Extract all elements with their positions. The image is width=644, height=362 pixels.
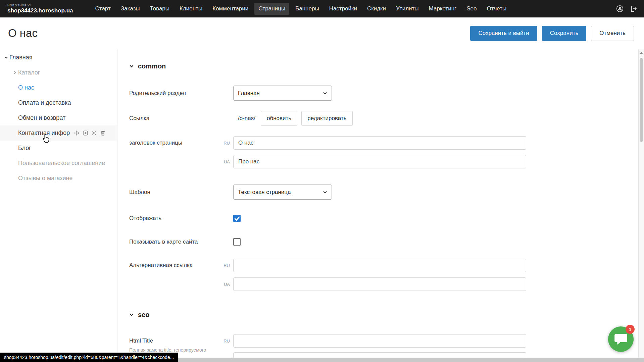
tree-item-label: Главная <box>9 54 33 61</box>
save-button[interactable]: Сохранить <box>542 26 586 41</box>
section-common-label: common <box>138 62 166 70</box>
alt-link-ua-input[interactable] <box>233 277 526 291</box>
parent-section-select[interactable]: Главная <box>233 86 332 101</box>
brand-version-label: HOROSHOP V4 <box>7 4 73 7</box>
parent-section-label: Родительский раздел <box>129 90 233 97</box>
lang-ua-badge: UA <box>220 282 233 287</box>
nav-item-start[interactable]: Старт <box>91 3 115 15</box>
tree-item-home[interactable]: Главная <box>0 50 117 65</box>
chevron-down-icon[interactable] <box>3 55 9 60</box>
display-checkbox[interactable] <box>233 215 241 222</box>
tree-item-actions <box>74 130 106 136</box>
cancel-button[interactable]: Отменить <box>591 26 634 41</box>
chevron-down-icon <box>323 190 327 194</box>
link-label: Ссылка <box>129 115 233 122</box>
tree-item-user-agreement[interactable]: Пользовательское соглашение <box>0 156 117 171</box>
tree-item-label: Пользовательское соглашение <box>18 160 105 167</box>
vertical-scrollbar[interactable] <box>638 49 644 358</box>
tree-item-label: Обмен и возврат <box>18 114 65 121</box>
nav-item-settings[interactable]: Настройки <box>325 3 361 15</box>
chevron-down-icon <box>129 64 134 68</box>
parent-section-value: Главная <box>238 90 260 97</box>
move-icon[interactable] <box>74 130 80 136</box>
nav-item-marketing[interactable]: Маркетинг <box>425 3 461 15</box>
section-common[interactable]: common <box>129 61 166 71</box>
chevron-down-icon <box>323 91 327 95</box>
top-navigation: HOROSHOP V4 shop34423.horoshop.ua Старт … <box>0 0 644 17</box>
nav-item-utilities[interactable]: Утилиты <box>392 3 423 15</box>
tree-item-label: Блог <box>18 145 31 152</box>
html-title-label: Html Title <box>129 338 220 344</box>
link-refresh-button[interactable]: обновить <box>261 111 297 125</box>
link-path-value: /o-nas/ <box>238 115 255 122</box>
tree-item-catalog[interactable]: Каталог <box>0 65 117 80</box>
brand-domain: shop34423.horoshop.ua <box>7 8 73 13</box>
tree-item-store-reviews[interactable]: Отзывы о магазине <box>0 171 117 186</box>
tree-item-label: Оплата и доставка <box>18 99 71 106</box>
row-template: Шаблон Текстовая страница <box>129 185 332 200</box>
nav-item-seo[interactable]: Seo <box>462 3 481 15</box>
display-label: Отображать <box>129 215 233 222</box>
lang-ru-badge: RU <box>220 263 233 268</box>
tree-item-payment-delivery[interactable]: Оплата и доставка <box>0 95 117 110</box>
template-value: Текстовая страница <box>238 189 291 196</box>
brand-logo[interactable]: HOROSHOP V4 shop34423.horoshop.ua <box>7 4 73 13</box>
delete-trash-icon[interactable] <box>100 130 106 136</box>
nav-item-reports[interactable]: Отчеты <box>483 3 510 15</box>
nav-item-comments[interactable]: Комментарии <box>208 3 252 15</box>
chevron-right-icon[interactable] <box>11 70 18 75</box>
nav-item-clients[interactable]: Клиенты <box>176 3 206 15</box>
tree-item-exchange-return[interactable]: Обмен и возврат <box>0 110 117 125</box>
nav-item-orders[interactable]: Заказы <box>117 3 144 15</box>
lang-ua-badge: UA <box>220 159 233 164</box>
html-title-ru-input[interactable] <box>233 334 526 348</box>
lang-ru-badge: RU <box>220 339 233 344</box>
alt-link-label: Альтернативная ссылка <box>129 262 220 269</box>
pages-tree-sidebar: Главная Каталог О нас Оплата и доставка … <box>0 49 117 362</box>
row-page-title-ua: UA <box>129 155 526 168</box>
tree-item-label: О нас <box>18 84 34 91</box>
chat-bubble-icon <box>614 333 628 345</box>
tree-item-contact-info[interactable]: Контактная инфор <box>0 125 117 141</box>
template-select[interactable]: Текстовая страница <box>233 185 332 200</box>
page-header: О нас Сохранить и выйти Сохранить Отмени… <box>0 17 644 49</box>
page-title-ua-input[interactable] <box>233 155 526 168</box>
alt-link-ru-input[interactable] <box>233 259 526 272</box>
chevron-down-icon <box>129 312 134 317</box>
account-icon[interactable] <box>616 5 624 13</box>
nav-item-banners[interactable]: Баннеры <box>291 3 323 15</box>
sitemap-checkbox[interactable] <box>233 238 241 246</box>
lang-ru-badge: RU <box>220 141 233 146</box>
row-alt-link-ru: Альтернативная ссылка RU <box>129 259 526 272</box>
sitemap-label: Показывать в карте сайта <box>129 239 233 245</box>
link-edit-button[interactable]: редактировать <box>301 111 352 125</box>
template-label: Шаблон <box>129 189 233 196</box>
chat-unread-badge: 1 <box>626 325 635 334</box>
row-alt-link-ua: UA <box>129 277 526 291</box>
html-title-hint: Полная замена title, генерируемого <box>129 347 237 353</box>
row-link: Ссылка /o-nas/ обновить редактировать <box>129 111 357 125</box>
chat-widget-button[interactable]: 1 <box>608 326 634 352</box>
scroll-up-arrow[interactable] <box>640 52 643 54</box>
section-seo-label: seo <box>138 311 149 319</box>
section-seo[interactable]: seo <box>129 310 149 320</box>
settings-gear-icon[interactable] <box>91 130 97 136</box>
nav-item-pages[interactable]: Страницы <box>254 3 289 15</box>
scrollbar-thumb[interactable] <box>640 58 643 142</box>
nav-item-products[interactable]: Товары <box>146 3 174 15</box>
save-and-exit-button[interactable]: Сохранить и выйти <box>470 26 537 41</box>
tree-item-blog[interactable]: Блог <box>0 141 117 156</box>
row-page-title-ru: заголовок страницы RU <box>129 136 526 150</box>
nav-item-discounts[interactable]: Скидки <box>363 3 390 15</box>
row-html-title-ru: Html Title RU <box>129 334 526 348</box>
logout-icon[interactable] <box>630 5 637 12</box>
page-edit-form: common Родительский раздел Главная Ссылк… <box>118 49 638 362</box>
main-menu: Старт Заказы Товары Клиенты Комментарии … <box>91 3 511 15</box>
tree-item-label: Каталог <box>18 69 40 76</box>
page-title: О нас <box>8 27 38 40</box>
add-page-icon[interactable] <box>83 130 88 136</box>
tree-item-label: Контактная инфор <box>18 130 70 137</box>
tree-item-about[interactable]: О нас <box>0 80 117 95</box>
tree-item-label: Отзывы о магазине <box>18 175 73 182</box>
page-title-ru-input[interactable] <box>233 136 526 150</box>
